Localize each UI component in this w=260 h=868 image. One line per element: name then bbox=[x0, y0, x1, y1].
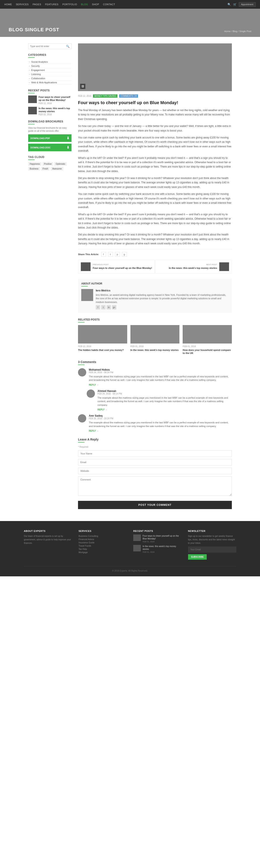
cart-icon[interactable]: 🛒 bbox=[233, 3, 236, 6]
prev-post-thumb bbox=[81, 262, 90, 271]
tags-underline bbox=[28, 159, 35, 160]
share-twitter[interactable]: t bbox=[108, 252, 113, 257]
footer-recent-date-1: FEB 01, 2016 bbox=[143, 540, 182, 543]
newsletter-subscribe-button[interactable]: SUBSCRIBE bbox=[188, 554, 207, 560]
next-post[interactable]: Next Post In the news: this week's top m… bbox=[155, 260, 232, 273]
category-engagement[interactable]: Engagement bbox=[28, 68, 72, 72]
comment-nested-avatar bbox=[87, 390, 95, 398]
nav-portfolio[interactable]: PORTFOLIO bbox=[63, 3, 77, 6]
website-input[interactable] bbox=[78, 468, 232, 474]
nav-blog[interactable]: BLOG bbox=[81, 3, 88, 6]
footer-recent-title-1[interactable]: Four ways to cheer yourself up on the Bl… bbox=[143, 534, 182, 540]
tag-business[interactable]: Business bbox=[28, 167, 40, 170]
share-facebook[interactable]: f bbox=[101, 252, 106, 257]
comment-nested-text: The example about the mattress sizing pa… bbox=[98, 396, 232, 407]
related-title-3[interactable]: How does your household spend compare to… bbox=[183, 348, 232, 355]
footer-recent-title-2[interactable]: In the news: this week's top money stori… bbox=[143, 545, 182, 551]
category-social-analytics[interactable]: Social Analytics bbox=[28, 60, 72, 64]
social-twitter[interactable]: t bbox=[101, 305, 106, 309]
search-input[interactable] bbox=[28, 43, 64, 49]
category-web-mob[interactable]: Web & Mob Applications bbox=[28, 81, 72, 85]
category-collaboration[interactable]: Collaboration bbox=[28, 76, 72, 81]
search-button[interactable]: 🔍 bbox=[64, 43, 71, 49]
comment-nested-reply[interactable]: REPLY → bbox=[98, 408, 107, 411]
nav-contact[interactable]: CONTACT bbox=[103, 3, 115, 6]
search-box: 🔍 bbox=[28, 43, 72, 49]
brochures-desc: View our financial brochures for an easy… bbox=[28, 126, 72, 132]
prev-post[interactable]: Previous Post Four ways to cheer yoursel… bbox=[78, 260, 155, 273]
category-listening[interactable]: Listening bbox=[28, 72, 72, 76]
share-google[interactable]: g bbox=[122, 252, 127, 257]
leave-reply-underline bbox=[78, 442, 84, 442]
recent-post-2-title[interactable]: In the news: this week's top money stori… bbox=[39, 107, 72, 113]
footer-service-3[interactable]: Insurance Guide bbox=[79, 541, 127, 544]
tag-fresh[interactable]: Fresh bbox=[41, 167, 50, 170]
comment-nested-body: Ahmed Hassan FEB 24, 2016 - 08:14 PM The… bbox=[98, 390, 232, 411]
post-paragraph-6: You can make some quick cash by switchin… bbox=[78, 192, 232, 210]
post-content: The final Monday of January has been lab… bbox=[78, 108, 232, 246]
appointment-button[interactable]: Appointment bbox=[239, 2, 256, 7]
recent-post-1-title[interactable]: Four ways to cheer yourself up on the Bl… bbox=[39, 95, 72, 102]
newsletter-input[interactable] bbox=[188, 547, 236, 553]
footer-service-2[interactable]: Financial Advice bbox=[79, 538, 127, 541]
share-pinterest[interactable]: p bbox=[115, 252, 120, 257]
recent-post-2: In the news: this week's top money stori… bbox=[28, 107, 72, 116]
submit-comment-button[interactable]: POST YOUR COMMENT bbox=[78, 501, 232, 509]
name-input[interactable] bbox=[78, 450, 232, 457]
recent-post-1-date: FEB 12, 2016 bbox=[39, 102, 72, 104]
download-doc-button[interactable]: DOWNLOAD.DOC ⬇ bbox=[28, 144, 72, 151]
comments-section: 3 Comments Mohamed Hobos FEB 24, 2016 - … bbox=[78, 360, 232, 432]
author-body: Iero Metrics Iero Metrics, an award-winn… bbox=[81, 289, 229, 310]
related-title-2[interactable]: In the news: this week's top money stori… bbox=[131, 348, 180, 351]
categories-title: Categories bbox=[28, 53, 72, 56]
footer-service-5[interactable]: Tax Help bbox=[79, 548, 127, 551]
related-title-1[interactable]: The hidden habits that cost you money? bbox=[78, 348, 127, 351]
social-facebook[interactable]: f bbox=[96, 305, 100, 309]
comment-input[interactable] bbox=[78, 476, 232, 496]
post-paragraph-4: What's up in the loft? Or under the bed?… bbox=[78, 156, 232, 174]
footer-newsletter: NEWSLETTER Sign up to our newsletter to … bbox=[188, 530, 236, 560]
footer-service-4[interactable]: Travel Funds bbox=[79, 544, 127, 548]
category-badge[interactable]: MONEY TIPS SAVING bbox=[93, 94, 117, 98]
post-paragraph-3: You can make some quick cash by switchin… bbox=[78, 135, 232, 153]
comment-2-reply[interactable]: REPLY → bbox=[89, 430, 99, 432]
footer-service-6[interactable]: Mortgage bbox=[79, 551, 127, 554]
nav-services[interactable]: SERVICES bbox=[16, 3, 29, 6]
share-label: Share This Article: bbox=[78, 253, 99, 256]
social-linkedin[interactable]: in bbox=[107, 305, 111, 309]
footer-grid: ABOUT EXPERTS Our team of financial expe… bbox=[24, 530, 236, 560]
post-navigation: Previous Post Four ways to cheer yoursel… bbox=[78, 260, 232, 273]
recent-post-1: Four ways to cheer yourself up on the Bl… bbox=[28, 95, 72, 104]
footer-service-1[interactable]: Business Consulting bbox=[79, 534, 127, 538]
recent-posts-title: Recent Posts bbox=[28, 89, 72, 92]
nav-pages[interactable]: PAGES bbox=[33, 3, 41, 6]
comments-badge[interactable]: COMMENTS: 24 bbox=[119, 94, 138, 98]
copyright-text: © 2016 Experts. All Rights Reserved. bbox=[112, 569, 148, 572]
footer-recent-info-2: In the news: this week's top money stori… bbox=[143, 545, 182, 553]
comment-2-text: The example about the mattress sizing pa… bbox=[89, 421, 232, 428]
download-doc-icon: ⬇ bbox=[67, 145, 69, 150]
nav-home[interactable]: HOME bbox=[4, 3, 12, 6]
nav-shop[interactable]: SHOP bbox=[92, 3, 99, 6]
related-img-2 bbox=[131, 325, 180, 343]
tag-positive[interactable]: Positive bbox=[42, 162, 53, 166]
related-item-3: FEB 01, 2016 How does your household spe… bbox=[183, 325, 232, 355]
author-bio: Iero Metrics, an award-winning digital m… bbox=[96, 293, 229, 304]
email-input[interactable] bbox=[78, 459, 232, 465]
comment-1-reply[interactable]: REPLY → bbox=[89, 384, 99, 386]
tag-awesome[interactable]: Awesome bbox=[51, 167, 63, 170]
category-security[interactable]: Security bbox=[28, 64, 72, 68]
comment-2-date: FEB 26, 2016 - 10:24 PM bbox=[89, 417, 232, 420]
search-icon[interactable]: 🔍 bbox=[227, 3, 231, 6]
tag-optimistic[interactable]: Optimistic bbox=[54, 162, 67, 166]
prev-post-title: Four ways to cheer yourself up on the Bl… bbox=[93, 267, 152, 270]
featured-image: 🖼 bbox=[78, 43, 232, 91]
footer-about: ABOUT EXPERTS Our team of financial expe… bbox=[24, 530, 72, 560]
name-field bbox=[78, 450, 232, 457]
tag-happiness[interactable]: Happiness bbox=[28, 162, 41, 166]
author-social: f t in g+ bbox=[96, 305, 229, 309]
social-googleplus[interactable]: g+ bbox=[112, 305, 116, 309]
download-pdf-button[interactable]: DOWNLOAD.PDF ⬇ bbox=[28, 134, 72, 142]
top-navigation: HOME SERVICES PAGES FEATURES PORTFOLIO B… bbox=[0, 0, 260, 9]
nav-features[interactable]: FEATURES bbox=[45, 3, 59, 6]
